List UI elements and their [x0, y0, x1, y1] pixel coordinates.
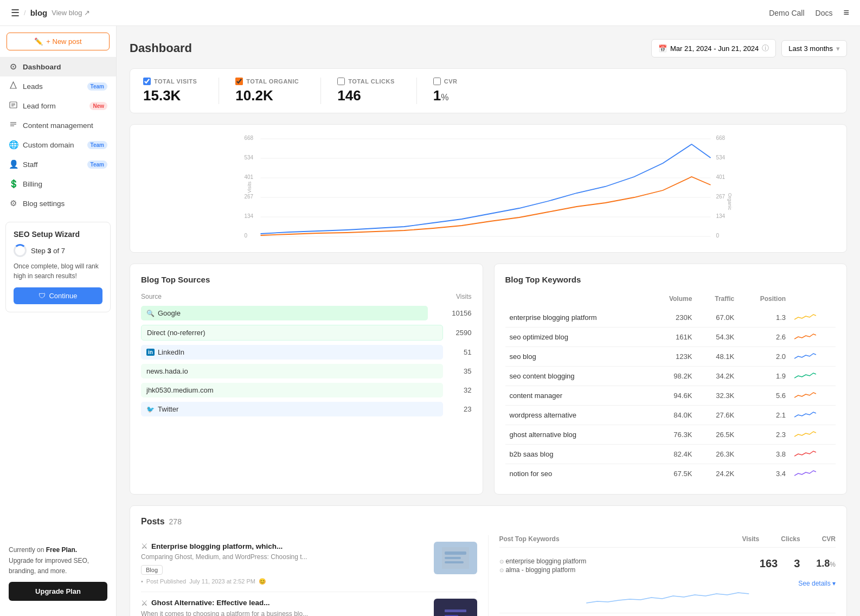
lead-form-badge: New [89, 102, 107, 110]
visits-col-header: Visits [456, 293, 471, 300]
sidebar-item-custom-domain[interactable]: 🌐 Custom domain Team [0, 135, 116, 155]
post-kw-tags-1: ⊙enterprise blogging platform ⊙alma - bl… [499, 557, 587, 574]
keyword-volume: 230K [649, 308, 697, 328]
menu-icon[interactable]: ≡ [843, 7, 849, 18]
keyword-traffic: 32.3K [696, 386, 739, 406]
source-bar-twitter: 🐦 Twitter [141, 402, 443, 416]
svg-text:668: 668 [716, 135, 726, 141]
keyword-name: content manager [505, 386, 649, 406]
see-details-link-1[interactable]: See details ▾ [798, 580, 836, 587]
stat-total-visits: TOTAL VISITS 15.3K [143, 78, 219, 104]
sidebar-item-content-management[interactable]: Content management [0, 116, 116, 135]
stat-cvr: CVR 1% [416, 78, 479, 104]
keyword-mini-chart [790, 406, 836, 425]
keyword-row: b2b saas blog 82.4K 26.3K 3.8 [505, 445, 836, 464]
source-row-linkedin: in LinkedIn 51 [141, 345, 472, 360]
keyword-traffic: 54.3K [696, 328, 739, 347]
demo-call-link[interactable]: Demo Call [769, 9, 804, 17]
svg-text:134: 134 [716, 213, 726, 219]
keyword-position: 1.9 [739, 367, 790, 386]
seo-wizard-step: Step 3 of 7 [14, 244, 102, 257]
keyword-position: 2.1 [739, 406, 790, 425]
date-range-button[interactable]: 📅 Mar 21, 2024 - Jun 21, 2024 ⓘ [651, 39, 776, 57]
sidebar-item-label: Custom domain [23, 141, 82, 149]
sidebar-item-billing[interactable]: 💲 Billing [0, 174, 116, 194]
sidebar-item-lead-form[interactable]: Lead form New [0, 96, 116, 116]
plan-name: Free Plan. [46, 546, 77, 554]
source-name: jhk0530.medium.com [146, 386, 214, 394]
leads-icon [9, 81, 17, 91]
info-icon: ⓘ [762, 43, 769, 53]
keyword-name: seo optimized blog [505, 328, 649, 347]
top-keywords-card: Blog Top Keywords Volume Traffic Positio… [494, 264, 848, 495]
source-bar-wrap: 🔍 Google [141, 306, 443, 320]
keyword-volume: 84.0K [649, 406, 697, 425]
new-post-button[interactable]: ✏️ + New post [7, 33, 110, 50]
keyword-position: 1.3 [739, 308, 790, 328]
kw-label: alma - blogging platform [506, 566, 576, 574]
keyword-traffic: 26.3K [696, 445, 739, 464]
sidebar-item-label: Billing [23, 180, 107, 188]
source-visits: 51 [447, 348, 472, 356]
separator: / [24, 9, 26, 17]
post1-cvr-stat: 1.8% [816, 558, 836, 569]
keyword-volume: 161K [649, 328, 697, 347]
sidebar: ✏️ + New post ⊙ Dashboard Leads Team Lea… [0, 26, 117, 616]
dashboard-controls: 📅 Mar 21, 2024 - Jun 21, 2024 ⓘ Last 3 m… [651, 39, 847, 57]
sidebar-item-blog-settings[interactable]: ⚙ Blog settings [0, 194, 116, 213]
keyword-position: 2.0 [739, 347, 790, 367]
linkedin-icon: in [146, 349, 155, 356]
keyword-traffic: 34.2K [696, 367, 739, 386]
svg-text:401: 401 [245, 174, 254, 180]
post-title[interactable]: Enterprise blogging platform, which... [151, 542, 283, 550]
source-name: Google [158, 309, 181, 317]
sources-header: Source Visits [141, 293, 472, 300]
keyword-volume: 94.6K [649, 386, 697, 406]
cvr-checkbox[interactable] [433, 78, 441, 85]
upgrade-button[interactable]: Upgrade Plan [9, 582, 107, 601]
keyword-name: notion for seo [505, 464, 649, 484]
svg-text:0: 0 [716, 233, 720, 239]
keyword-position: 3.8 [739, 445, 790, 464]
sidebar-item-label: Blog settings [23, 200, 107, 208]
continue-button[interactable]: 🛡 Continue [14, 287, 102, 304]
keyword-row: ghost alternative blog 76.3K 26.5K 2.3 [505, 425, 836, 445]
period-button[interactable]: Last 3 months ▾ [781, 40, 847, 57]
source-row-twitter: 🐦 Twitter 23 [141, 402, 472, 416]
keyword-name: ghost alternative blog [505, 425, 649, 445]
leads-badge: Team [87, 82, 107, 91]
dashboard-title: Dashboard [130, 41, 192, 55]
svg-text:267: 267 [716, 194, 726, 200]
keyword-mini-chart [790, 425, 836, 445]
view-blog-link[interactable]: View blog ↗ [52, 9, 90, 17]
keyword-position: 2.6 [739, 328, 790, 347]
sidebar-item-label: Leads [23, 82, 82, 91]
docs-link[interactable]: Docs [816, 9, 833, 17]
sidebar-item-staff[interactable]: 👤 Staff Team [0, 155, 116, 174]
post-title[interactable]: Ghost Alternative: Effective lead... [151, 599, 270, 607]
organic-checkbox[interactable] [235, 78, 243, 85]
avatar-icon: 😊 [259, 578, 266, 585]
post-tag[interactable]: Blog [141, 565, 163, 575]
keyword-mini-chart [790, 308, 836, 328]
keyword-mini-chart [790, 328, 836, 347]
sidebar-item-dashboard[interactable]: ⊙ Dashboard [0, 57, 116, 76]
search-icon: 🔍 [146, 310, 155, 317]
blog-name: blog [30, 8, 48, 17]
top-sources-title: Blog Top Sources [141, 275, 472, 284]
keyword-row: content manager 94.6K 32.3K 5.6 [505, 386, 836, 406]
sidebar-item-label: Content management [23, 121, 107, 130]
clicks-checkbox[interactable] [337, 78, 345, 85]
seo-step-text: Step 3 of 7 [31, 247, 65, 255]
lead-form-icon [9, 101, 17, 111]
keyword-name: b2b saas blog [505, 445, 649, 464]
keyword-traffic: 48.1K [696, 347, 739, 367]
source-visits: 32 [447, 386, 472, 394]
visits-checkbox[interactable] [143, 78, 151, 85]
keyword-traffic: 26.5K [696, 425, 739, 445]
staff-icon: 👤 [9, 159, 17, 169]
new-post-label: + New post [46, 37, 81, 46]
posts-count: 278 [169, 517, 182, 526]
hamburger-icon[interactable]: ☰ [11, 7, 20, 19]
sidebar-item-leads[interactable]: Leads Team [0, 76, 116, 96]
